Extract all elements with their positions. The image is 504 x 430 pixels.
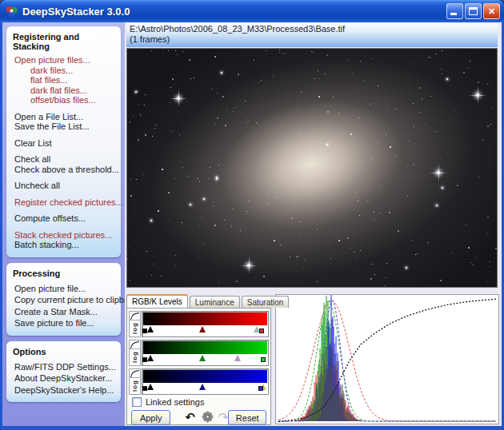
red-log-column: log <box>129 311 141 337</box>
sidebar-item-save-the-file-list[interactable]: Save the File List... <box>11 121 118 132</box>
blue-marker-4[interactable] <box>258 386 263 391</box>
sidebar-item-open-picture-file[interactable]: Open picture file... <box>11 284 118 294</box>
blue-log-column: log <box>129 368 141 395</box>
linked-settings-label: Linked settings <box>146 397 204 407</box>
levels-tabs: RGB/K LevelsLuminanceSaturation <box>126 294 290 308</box>
red-log-curve-icon[interactable] <box>130 312 140 321</box>
titlebar[interactable]: DeepSkyStacker 3.0.0 ✕ <box>0 0 504 22</box>
green-level-row: log <box>129 340 269 366</box>
sidebar-item-batch-stacking[interactable]: Batch stacking... <box>11 240 118 250</box>
green-slider <box>142 340 269 366</box>
green-markers <box>143 354 267 364</box>
redo-icon[interactable]: ↷ <box>218 412 229 424</box>
section-title: Options <box>11 345 118 360</box>
apply-button[interactable]: Apply <box>131 410 170 425</box>
sidebar-item-about-deepskystacker[interactable]: About DeepSkyStacker... <box>11 373 118 384</box>
sidebar-section-registering-and-stacking: Registering and StackingOpen picture fil… <box>6 26 121 257</box>
green-log-curve-icon[interactable] <box>130 340 140 349</box>
window-title: DeepSkyStacker 3.0.0 <box>22 6 446 18</box>
section-title: Registering and Stacking <box>11 30 118 55</box>
minimize-button[interactable] <box>446 3 463 19</box>
sidebar-item-create-a-star-mask[interactable]: Create a Star Mask... <box>11 307 118 317</box>
blue-markers <box>143 383 267 392</box>
blue-marker-1[interactable] <box>147 384 154 390</box>
red-markers <box>143 325 267 335</box>
green-log-column: log <box>129 340 141 366</box>
app-window: DeepSkyStacker 3.0.0 ✕ Registering and S… <box>0 0 504 430</box>
green-gradient-bar <box>143 341 267 354</box>
maximize-button[interactable] <box>465 3 482 19</box>
sidebar-item-deepskystacker-s-help[interactable]: DeepSkyStacker's Help... <box>11 385 118 396</box>
client-area: Registering and StackingOpen picture fil… <box>2 22 502 426</box>
file-header: E:\Astro\Photos\2006_08_23_M33\Processed… <box>126 23 498 47</box>
tab-saturation[interactable]: Saturation <box>242 296 290 308</box>
tab-rgb-k-levels[interactable]: RGB/K Levels <box>126 294 188 308</box>
sidebar-item-check-all[interactable]: Check all <box>11 154 118 165</box>
green-marker-2[interactable] <box>199 355 206 361</box>
sidebar-item-clear-list[interactable]: Clear List <box>11 138 118 149</box>
sidebar-item-compute-offsets[interactable]: Compute offsets... <box>11 213 118 224</box>
frame-count: (1 frames) <box>130 34 498 45</box>
blue-log-curve-icon[interactable] <box>130 369 140 378</box>
tab-luminance[interactable]: Luminance <box>190 296 240 308</box>
linked-settings-checkbox[interactable] <box>132 397 142 407</box>
red-marker-2[interactable] <box>199 326 206 332</box>
close-button[interactable]: ✕ <box>483 3 500 19</box>
sidebar-item-save-picture-to-file[interactable]: Save picture to file... <box>11 318 118 328</box>
blue-slider <box>142 368 269 395</box>
sidebar-section-processing: ProcessingOpen picture file...Copy curre… <box>6 263 121 336</box>
sidebar-item-register-checked-pictures[interactable]: Register checked pictures... <box>11 197 118 208</box>
blue-log-label: log <box>131 378 138 394</box>
process-wheel-icon[interactable] <box>202 411 214 424</box>
green-marker-1[interactable] <box>147 355 154 361</box>
file-path: E:\Astro\Photos\2006_08_23_M33\Processed… <box>130 24 498 34</box>
sidebar-item-copy-current-picture-to-clipboard[interactable]: Copy current picture to clipboard <box>11 295 118 305</box>
green-marker-3[interactable] <box>234 355 241 361</box>
section-title: Processing <box>11 267 118 282</box>
sidebar-item-flat-files[interactable]: flat files... <box>11 75 118 86</box>
histogram-panel <box>275 294 499 424</box>
sidebar-item-dark-flat-files[interactable]: dark flat files... <box>11 86 118 96</box>
blue-level-row: log <box>129 368 269 395</box>
red-gradient-bar <box>143 313 267 325</box>
undo-icon[interactable]: ↶ <box>185 412 195 424</box>
app-icon <box>6 5 18 18</box>
image-preview[interactable] <box>126 48 498 288</box>
blue-gradient-bar <box>143 370 267 383</box>
sidebar-item-dark-files[interactable]: dark files... <box>11 66 118 76</box>
red-level-row: log <box>129 311 269 337</box>
sidebar-item-open-a-file-list[interactable]: Open a File List... <box>11 112 118 122</box>
sidebar-item-open-picture-files[interactable]: Open picture files... <box>11 55 118 66</box>
rgbk-levels-page: logloglog Linked settings Apply ↶ <box>126 308 271 425</box>
sidebar-item-uncheck-all[interactable]: Uncheck all <box>11 181 118 191</box>
red-slider <box>142 311 269 337</box>
blue-marker-2[interactable] <box>199 384 206 390</box>
red-log-label: log <box>131 321 138 336</box>
sidebar: Registering and StackingOpen picture fil… <box>2 22 125 426</box>
sidebar-item-raw-fits-ddp-settings[interactable]: Raw/FITS DDP Settings... <box>11 362 118 372</box>
sidebar-section-options: OptionsRaw/FITS DDP Settings...About Dee… <box>6 341 121 403</box>
sidebar-item-stack-checked-pictures[interactable]: Stack checked pictures... <box>11 230 118 241</box>
red-marker-1[interactable] <box>147 326 154 332</box>
levels-panel: RGB/K LevelsLuminanceSaturation logloglo… <box>126 294 272 425</box>
green-marker-4[interactable] <box>261 357 266 362</box>
sidebar-item-offset-bias-files[interactable]: offset/bias files... <box>11 95 118 106</box>
green-log-label: log <box>131 349 138 365</box>
galaxy-image <box>126 48 498 288</box>
sidebar-item-check-above-a-threshold[interactable]: Check above a threshold... <box>11 165 118 175</box>
red-marker-4[interactable] <box>259 328 264 333</box>
reset-button[interactable]: Reset <box>228 410 266 425</box>
